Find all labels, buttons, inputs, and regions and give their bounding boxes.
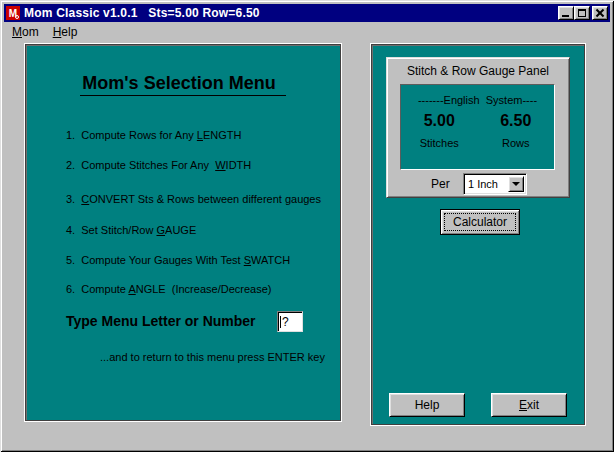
stitches-label: Stitches [401,137,478,149]
help-button[interactable]: Help [389,393,465,417]
per-unit-value: 1 Inch [464,178,508,190]
window-title: Mom Classic v1.0.1 Sts=5.00 Row=6.50 [24,6,260,20]
selection-menu-title: Mom's Selection Menu [80,73,285,96]
help-button-label: Help [415,398,440,412]
app-logo-icon[interactable]: M [6,6,20,20]
per-label: Per [431,177,450,191]
maximize-icon [578,9,586,17]
calculator-button[interactable]: Calculator [440,209,520,235]
calculator-button-label: Calculator [445,214,515,230]
window-controls [558,6,608,20]
menu-choice-value: ? [282,315,289,329]
stitches-value: 5.00 [401,112,478,130]
exit-button[interactable]: Exit [491,393,567,417]
return-hint: ...and to return to this menu press ENTE… [100,351,325,363]
gauge-panel-box: Stitch & Row Gauge Panel -------English … [386,57,570,198]
chevron-down-icon [512,182,520,186]
stitches-column: 5.00 Stitches [401,112,478,149]
dropdown-arrow-button[interactable] [508,176,524,192]
per-unit-dropdown[interactable]: 1 Inch [463,173,527,195]
minimize-button[interactable] [558,6,574,20]
menu-option-6: 6. Compute ANGLE (Increase/Decrease) [66,283,271,295]
menu-item-mom[interactable]: Mom [6,24,45,41]
minimize-icon [562,15,569,17]
rows-label: Rows [478,137,555,149]
selection-menu-title-wrap: Mom's Selection Menu [26,73,340,96]
close-icon [596,9,604,17]
menu-option-5: 5. Compute Your Gauges With Test SWATCH [66,254,290,266]
app-logo-dot [15,15,19,19]
gauge-display: -------English System---- 5.00 Stitches … [400,84,555,170]
gauge-values-row: 5.00 Stitches 6.50 Rows [401,112,554,149]
menu-option-1: 1. Compute Rows for Any LENGTH [66,129,241,141]
per-row: Per 1 Inch [387,173,569,195]
rows-column: 6.50 Rows [478,112,555,149]
maximize-button[interactable] [574,6,590,20]
system-header: -------English System---- [401,94,554,106]
menu-item-help[interactable]: Help [47,24,84,41]
menu-option-3: 3. CONVERT Sts & Rows between different … [66,193,321,205]
menu-choice-input[interactable]: ? [277,311,303,332]
selection-menu-panel: Mom's Selection Menu 1. Compute Rows for… [25,44,341,421]
title-bar: M Mom Classic v1.0.1 Sts=5.00 Row=6.50 [4,4,610,22]
text-cursor [280,316,281,328]
exit-button-label: Exit [519,398,539,412]
menu-option-4: 4. Set Stitch/Row GAUGE [66,224,196,236]
app-window: M Mom Classic v1.0.1 Sts=5.00 Row=6.50 M… [0,0,614,452]
rows-value: 6.50 [478,112,555,130]
gauge-panel-title: Stitch & Row Gauge Panel [387,64,569,78]
menu-bar: Mom Help [6,24,83,41]
close-button[interactable] [592,6,608,20]
menu-prompt-label: Type Menu Letter or Number [66,313,256,329]
menu-option-2: 2. Compute Stitches For Any WIDTH [66,159,251,171]
gauge-side-panel: Stitch & Row Gauge Panel -------English … [371,44,585,425]
